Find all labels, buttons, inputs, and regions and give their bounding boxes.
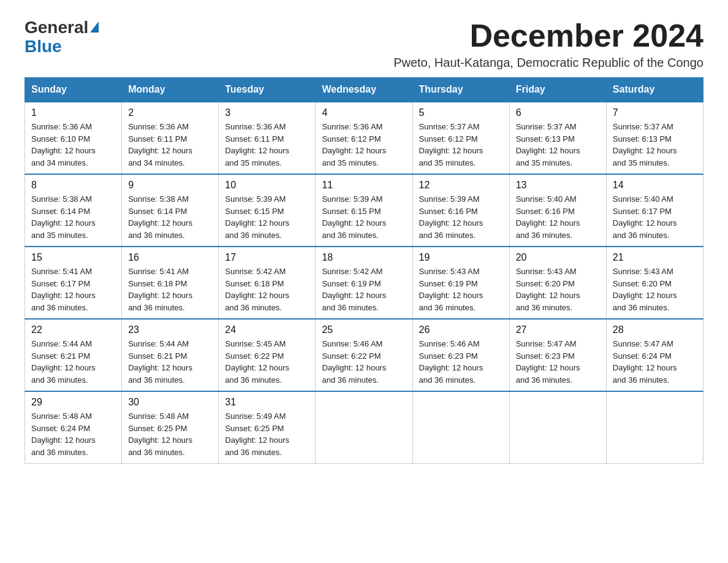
day-number: 23 [128,324,212,335]
calendar-week-1: 1 Sunrise: 5:36 AMSunset: 6:10 PMDayligh… [25,102,703,174]
day-number: 14 [613,180,697,191]
calendar-cell: 14 Sunrise: 5:40 AMSunset: 6:17 PMDaylig… [606,174,703,247]
calendar-cell: 22 Sunrise: 5:44 AMSunset: 6:21 PMDaylig… [25,319,122,391]
calendar-cell: 25 Sunrise: 5:46 AMSunset: 6:22 PMDaylig… [316,319,412,391]
day-number: 2 [128,107,212,118]
day-info: Sunrise: 5:43 AMSunset: 6:20 PMDaylight:… [613,267,677,312]
day-info: Sunrise: 5:41 AMSunset: 6:17 PMDaylight:… [31,267,96,312]
weekday-header-saturday: Saturday [606,78,703,102]
logo-triangle-icon [90,21,99,35]
calendar-cell: 4 Sunrise: 5:36 AMSunset: 6:12 PMDayligh… [316,102,412,174]
day-number: 29 [31,397,115,408]
day-number: 26 [419,324,503,335]
calendar-cell [509,391,606,464]
calendar-week-3: 15 Sunrise: 5:41 AMSunset: 6:17 PMDaylig… [25,247,703,319]
day-info: Sunrise: 5:39 AMSunset: 6:15 PMDaylight:… [322,194,386,240]
day-number: 13 [516,180,600,191]
calendar-cell: 16 Sunrise: 5:41 AMSunset: 6:18 PMDaylig… [122,247,219,319]
day-info: Sunrise: 5:36 AMSunset: 6:11 PMDaylight:… [225,122,289,167]
day-info: Sunrise: 5:43 AMSunset: 6:20 PMDaylight:… [516,267,580,312]
calendar-cell: 13 Sunrise: 5:40 AMSunset: 6:16 PMDaylig… [509,174,606,247]
day-number: 31 [225,397,309,408]
calendar-cell: 8 Sunrise: 5:38 AMSunset: 6:14 PMDayligh… [25,174,122,247]
day-info: Sunrise: 5:42 AMSunset: 6:19 PMDaylight:… [322,267,386,312]
svg-marker-0 [90,21,99,33]
logo: General Blue [25,18,99,56]
day-number: 27 [516,324,600,335]
day-number: 1 [31,107,115,118]
day-info: Sunrise: 5:43 AMSunset: 6:19 PMDaylight:… [419,267,483,312]
day-info: Sunrise: 5:37 AMSunset: 6:12 PMDaylight:… [419,122,483,167]
calendar-cell: 30 Sunrise: 5:48 AMSunset: 6:25 PMDaylig… [122,391,219,464]
day-info: Sunrise: 5:39 AMSunset: 6:15 PMDaylight:… [225,194,289,240]
calendar-cell: 20 Sunrise: 5:43 AMSunset: 6:20 PMDaylig… [509,247,606,319]
day-number: 17 [225,252,309,263]
day-info: Sunrise: 5:40 AMSunset: 6:17 PMDaylight:… [613,194,677,240]
day-info: Sunrise: 5:41 AMSunset: 6:18 PMDaylight:… [128,267,192,312]
calendar-cell: 31 Sunrise: 5:49 AMSunset: 6:25 PMDaylig… [219,391,316,464]
calendar-cell: 27 Sunrise: 5:47 AMSunset: 6:23 PMDaylig… [509,319,606,391]
day-number: 16 [128,252,212,263]
day-number: 10 [225,180,309,191]
calendar-cell: 21 Sunrise: 5:43 AMSunset: 6:20 PMDaylig… [606,247,703,319]
calendar-cell: 28 Sunrise: 5:47 AMSunset: 6:24 PMDaylig… [606,319,703,391]
calendar-cell: 11 Sunrise: 5:39 AMSunset: 6:15 PMDaylig… [316,174,412,247]
day-number: 8 [31,180,115,191]
calendar-cell [412,391,509,464]
calendar-cell: 17 Sunrise: 5:42 AMSunset: 6:18 PMDaylig… [219,247,316,319]
day-number: 7 [613,107,697,118]
day-number: 30 [128,397,212,408]
day-number: 24 [225,324,309,335]
weekday-header-row: SundayMondayTuesdayWednesdayThursdayFrid… [25,78,703,102]
day-info: Sunrise: 5:37 AMSunset: 6:13 PMDaylight:… [516,122,580,167]
calendar-cell: 2 Sunrise: 5:36 AMSunset: 6:11 PMDayligh… [122,102,219,174]
day-info: Sunrise: 5:36 AMSunset: 6:12 PMDaylight:… [322,122,386,167]
day-info: Sunrise: 5:48 AMSunset: 6:24 PMDaylight:… [31,412,96,457]
day-info: Sunrise: 5:47 AMSunset: 6:24 PMDaylight:… [613,339,677,385]
calendar-cell [316,391,412,464]
day-info: Sunrise: 5:47 AMSunset: 6:23 PMDaylight:… [516,339,580,385]
weekday-header-friday: Friday [509,78,606,102]
calendar-week-5: 29 Sunrise: 5:48 AMSunset: 6:24 PMDaylig… [25,391,703,464]
calendar-cell: 1 Sunrise: 5:36 AMSunset: 6:10 PMDayligh… [25,102,122,174]
day-number: 5 [419,107,503,118]
day-info: Sunrise: 5:45 AMSunset: 6:22 PMDaylight:… [225,339,289,385]
day-number: 22 [31,324,115,335]
day-number: 15 [31,252,115,263]
weekday-header-thursday: Thursday [412,78,509,102]
day-info: Sunrise: 5:38 AMSunset: 6:14 PMDaylight:… [128,194,192,240]
day-number: 11 [322,180,406,191]
day-info: Sunrise: 5:40 AMSunset: 6:16 PMDaylight:… [516,194,580,240]
day-number: 6 [516,107,600,118]
calendar-cell: 6 Sunrise: 5:37 AMSunset: 6:13 PMDayligh… [509,102,606,174]
calendar-cell [606,391,703,464]
day-info: Sunrise: 5:49 AMSunset: 6:25 PMDaylight:… [225,412,289,457]
weekday-header-tuesday: Tuesday [219,78,316,102]
day-number: 4 [322,107,406,118]
calendar-week-2: 8 Sunrise: 5:38 AMSunset: 6:14 PMDayligh… [25,174,703,247]
calendar-cell: 15 Sunrise: 5:41 AMSunset: 6:17 PMDaylig… [25,247,122,319]
day-info: Sunrise: 5:44 AMSunset: 6:21 PMDaylight:… [31,339,96,385]
page-header: General Blue December 2024 Pweto, Haut-K… [25,18,703,70]
day-number: 12 [419,180,503,191]
day-info: Sunrise: 5:39 AMSunset: 6:16 PMDaylight:… [419,194,483,240]
calendar-cell: 5 Sunrise: 5:37 AMSunset: 6:12 PMDayligh… [412,102,509,174]
day-info: Sunrise: 5:46 AMSunset: 6:22 PMDaylight:… [322,339,386,385]
location-title: Pweto, Haut-Katanga, Democratic Republic… [393,56,703,70]
day-number: 28 [613,324,697,335]
calendar-cell: 10 Sunrise: 5:39 AMSunset: 6:15 PMDaylig… [219,174,316,247]
calendar-body: 1 Sunrise: 5:36 AMSunset: 6:10 PMDayligh… [25,102,703,464]
calendar-cell: 9 Sunrise: 5:38 AMSunset: 6:14 PMDayligh… [122,174,219,247]
day-info: Sunrise: 5:38 AMSunset: 6:14 PMDaylight:… [31,194,96,240]
day-info: Sunrise: 5:46 AMSunset: 6:23 PMDaylight:… [419,339,483,385]
day-info: Sunrise: 5:42 AMSunset: 6:18 PMDaylight:… [225,267,289,312]
day-number: 20 [516,252,600,263]
calendar-cell: 29 Sunrise: 5:48 AMSunset: 6:24 PMDaylig… [25,391,122,464]
day-info: Sunrise: 5:37 AMSunset: 6:13 PMDaylight:… [613,122,677,167]
day-info: Sunrise: 5:36 AMSunset: 6:11 PMDaylight:… [128,122,192,167]
day-number: 18 [322,252,406,263]
calendar-cell: 19 Sunrise: 5:43 AMSunset: 6:19 PMDaylig… [412,247,509,319]
calendar-cell: 12 Sunrise: 5:39 AMSunset: 6:16 PMDaylig… [412,174,509,247]
calendar-cell: 26 Sunrise: 5:46 AMSunset: 6:23 PMDaylig… [412,319,509,391]
logo-general-text: General [25,18,88,37]
